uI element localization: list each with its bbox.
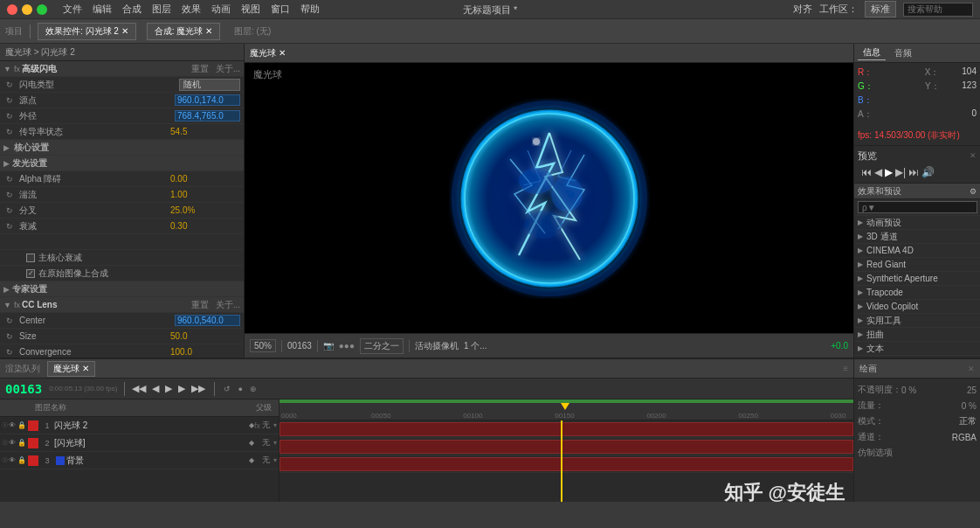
effects-search-input[interactable] (858, 201, 977, 213)
layer-row-2[interactable]: ☉ 👁 🔒 2 [闪光球] ◆ fx 无 ▾ (0, 434, 279, 452)
zoom-control[interactable]: 50% (250, 339, 276, 352)
preset-red-giant[interactable]: ▶Red Giant (854, 258, 980, 272)
preset-text[interactable]: ▶文本 (854, 342, 980, 356)
effects-scroll[interactable]: ▼ fx 高级闪电 重置 关于... ↻ 闪电类型 随机 ↻ 源点 960.0,… (0, 61, 244, 358)
layer-parent-none-3[interactable]: 无 (262, 455, 270, 466)
layer-collapse-2[interactable]: ◆ (249, 439, 254, 447)
track-1[interactable] (280, 420, 853, 438)
tab-info[interactable]: 信息 (858, 45, 886, 60)
prev-first-btn[interactable]: ⏮ (861, 166, 872, 178)
layer-lock-3[interactable]: 🔒 (17, 456, 26, 464)
property-turbulence: ↻ 湍流 1.00 (0, 187, 244, 203)
preset-cinema4d[interactable]: ▶CINEMA 4D (854, 244, 980, 258)
playhead-line[interactable] (561, 420, 562, 502)
layer-tab[interactable]: 图层: (无) (227, 24, 278, 39)
lightning-type-dropdown[interactable]: 随机 (179, 79, 240, 91)
timeline-tab-active[interactable]: 魔光球 ✕ (47, 361, 95, 377)
alpha-value[interactable]: 0.00 (170, 174, 240, 184)
layer-row-1[interactable]: ☉ 👁 🔒 1 闪光球 2 ◆ fx 无 ▾ (0, 417, 279, 434)
decay-value[interactable]: 0.30 (170, 221, 240, 231)
prev-last-btn[interactable]: ⏭ (908, 166, 919, 178)
preset-video-copilot[interactable]: ▶Video Copilot (854, 300, 980, 314)
source-input[interactable]: 960.0,174.0 (175, 94, 240, 106)
effects-tab[interactable]: 效果控件: 闪光球 2 ✕ (38, 23, 136, 40)
effects-settings-icon[interactable]: ⚙ (970, 187, 977, 196)
layer-vis-3[interactable]: 👁 (9, 456, 17, 464)
timecode-display[interactable]: 00163 (5, 382, 42, 396)
menu-item-file[interactable]: 文件 (63, 3, 82, 16)
transport-next[interactable]: ▶ (178, 383, 185, 394)
conductivity-value[interactable]: 54.5 (170, 127, 240, 136)
fork-value[interactable]: 25.0% (170, 205, 240, 215)
search-input[interactable] (903, 3, 973, 17)
preset-animation[interactable]: ▶动画预设 (854, 216, 980, 230)
comp-tab-label[interactable]: 魔光球 ✕ (250, 47, 286, 59)
layer-lock-2[interactable]: 🔒 (17, 439, 26, 447)
loop-btn[interactable]: ↺ (224, 385, 231, 393)
workspace-value[interactable]: 标准 (865, 1, 896, 17)
layer-parent-none-2[interactable]: 无 (262, 437, 270, 448)
minimize-button[interactable] (22, 4, 32, 15)
menu-item-animation[interactable]: 动画 (211, 3, 231, 16)
track-2[interactable] (280, 438, 853, 455)
menu-item-layer[interactable]: 图层 (152, 3, 171, 16)
channel-value[interactable]: RGBA (952, 433, 977, 442)
core-decay-checkbox[interactable] (26, 254, 35, 262)
transport-prev-frame[interactable]: ◀◀ (132, 383, 146, 394)
motion-blur-btn[interactable]: ⊕ (250, 385, 257, 393)
view-count[interactable]: 1 个... (464, 340, 487, 352)
size-value[interactable]: 50.0 (170, 331, 240, 341)
comp-viewport[interactable]: 魔光球 (245, 63, 853, 333)
preset-utility[interactable]: ▶实用工具 (854, 314, 980, 328)
transport-next-frame[interactable]: ▶▶ (191, 383, 205, 394)
preset-trapcode[interactable]: ▶Trapcode (854, 286, 980, 300)
composite-original-checkbox[interactable]: ✓ (26, 269, 35, 278)
prev-audio-btn[interactable]: 🔊 (921, 166, 935, 178)
menu-item-view[interactable]: 视图 (241, 3, 260, 16)
fullscreen-button[interactable] (37, 4, 47, 15)
tab-audio[interactable]: 音频 (889, 46, 917, 60)
view-mode[interactable]: 二分之一 (360, 338, 404, 354)
layer-solo-3[interactable]: ☉ (2, 456, 9, 464)
render-queue-tab[interactable]: 渲染队列 (5, 363, 40, 375)
active-camera[interactable]: 活动摄像机 (415, 340, 459, 352)
flow-value[interactable]: 0 % (962, 401, 977, 411)
preset-3d[interactable]: ▶3D 通道 (854, 230, 980, 244)
collapse-icon[interactable]: ▼ (3, 65, 11, 73)
comp-tab[interactable]: 合成: 魔光球 ✕ (147, 23, 220, 40)
menu-item-effect[interactable]: 效果 (182, 3, 201, 16)
layer-vis-1[interactable]: 👁 (9, 421, 17, 429)
layer-parent-none-1[interactable]: 无 (262, 420, 270, 431)
preset-distort[interactable]: ▶扭曲 (854, 328, 980, 342)
close-button[interactable] (7, 4, 17, 15)
track-3[interactable] (280, 455, 853, 473)
camera-btn[interactable]: 📷 (323, 341, 334, 351)
project-tab[interactable]: 项目 (5, 25, 23, 38)
prev-play-btn[interactable]: ▶ (885, 166, 893, 178)
prev-forward-btn[interactable]: ▶| (895, 166, 906, 178)
prev-back-btn[interactable]: ◀ (874, 166, 882, 178)
layer-solo-2[interactable]: ☉ (2, 439, 9, 447)
menu-item-window[interactable]: 窗口 (271, 3, 290, 16)
menu-item-composition[interactable]: 合成 (122, 3, 141, 16)
transport-prev[interactable]: ◀ (152, 383, 159, 394)
convergence-value[interactable]: 100.0 (170, 347, 240, 357)
mode-value[interactable]: 正常 (959, 415, 977, 427)
outer-radius-input[interactable]: 768.4,765.0 (175, 110, 240, 122)
timeline-ruler[interactable]: 0000 00050 00100 00150 00200 00250 0030 (280, 403, 853, 420)
timeline-options-icon[interactable]: ≡ (843, 364, 848, 373)
menu-item-help[interactable]: 帮助 (300, 3, 320, 16)
layer-fx-icon-1[interactable]: fx (254, 421, 260, 430)
layer-vis-2[interactable]: 👁 (9, 439, 17, 447)
record-btn[interactable]: ● (238, 385, 242, 393)
layer-collapse-3[interactable]: ◆ (249, 456, 254, 464)
layer-solo-1[interactable]: ☉ (2, 421, 9, 429)
layer-lock-1[interactable]: 🔒 (17, 421, 26, 429)
menu-item-edit[interactable]: 编辑 (93, 3, 112, 16)
preset-synthetic-aperture[interactable]: ▶Synthetic Aperture (854, 272, 980, 286)
center-input[interactable]: 960.0,540.0 (175, 315, 240, 326)
turbulence-value[interactable]: 1.00 (170, 190, 240, 199)
layer-row-3[interactable]: ☉ 👁 🔒 3 背景 ◆ fx 无 ▾ (0, 452, 279, 469)
opacity-value[interactable]: 0 % (901, 386, 916, 395)
transport-play[interactable]: ▶ (165, 383, 172, 394)
